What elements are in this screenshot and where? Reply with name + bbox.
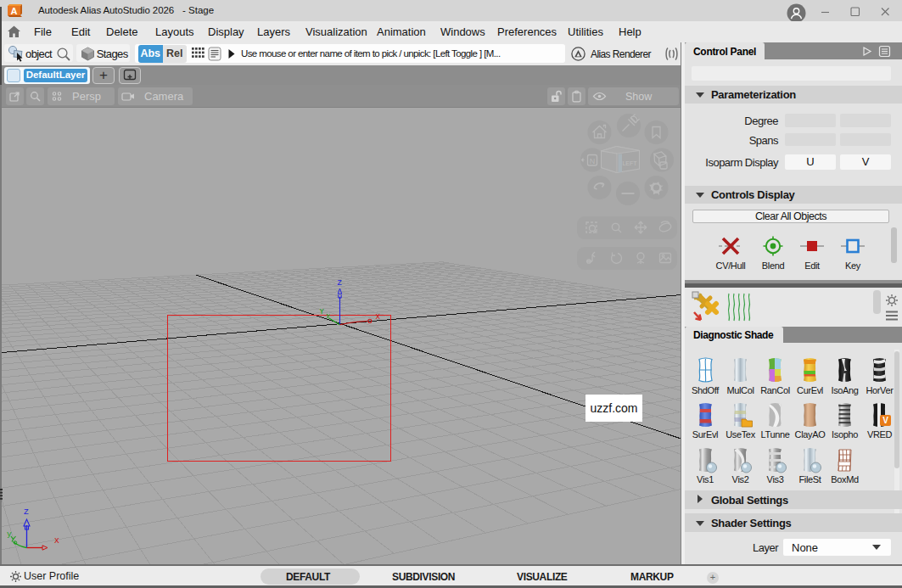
svg-text:N: N [590, 157, 596, 165]
svg-text:V: V [882, 416, 888, 425]
svg-text:Z: Z [338, 279, 343, 288]
svg-text:A: A [11, 6, 18, 16]
svg-text:Z: Z [24, 507, 29, 517]
svg-text:y: y [7, 529, 12, 539]
svg-text:Y: Y [320, 308, 325, 316]
svg-text:X: X [54, 536, 59, 546]
svg-text:LEFT: LEFT [622, 160, 637, 166]
svg-text:X: X [376, 313, 381, 322]
